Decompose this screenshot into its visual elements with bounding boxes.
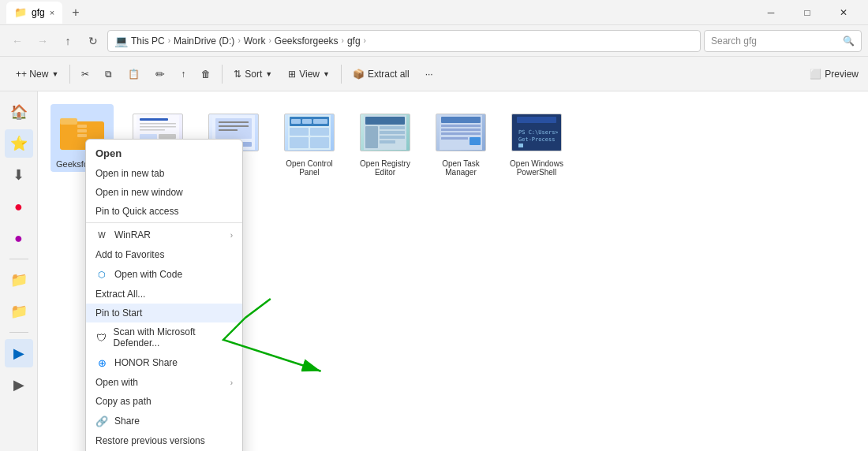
more-icon: ··· bbox=[425, 69, 433, 80]
address-work: Work bbox=[244, 35, 266, 47]
file-item-task-manager[interactable]: Open TaskManager bbox=[429, 104, 492, 180]
file-item-registry[interactable]: Open RegistryEditor bbox=[354, 104, 417, 180]
address-bar[interactable]: 💻 This PC › MainDrive (D:) › Work › Geek… bbox=[107, 30, 701, 52]
file-item-control-panel[interactable]: Open ControlPanel bbox=[278, 104, 341, 180]
svg-rect-15 bbox=[219, 121, 249, 123]
tab-close-button[interactable]: × bbox=[50, 8, 54, 17]
svg-rect-17 bbox=[219, 129, 238, 131]
share-button[interactable]: ↑ bbox=[174, 62, 192, 87]
delete-button[interactable]: 🗑 bbox=[195, 62, 217, 87]
cm-item-winrar[interactable]: W WinRAR › bbox=[86, 225, 242, 245]
svg-rect-42 bbox=[470, 137, 481, 145]
search-icon: 🔍 bbox=[843, 35, 855, 47]
sidebar-star[interactable]: ⭐ bbox=[5, 129, 33, 158]
address-maindrive: MainDrive (D:) bbox=[174, 35, 234, 47]
cm-scan-defender-label: Scan with Microsoft Defender... bbox=[114, 326, 233, 348]
extract-icon: 📦 bbox=[353, 69, 365, 80]
svg-rect-25 bbox=[290, 128, 309, 136]
sort-button[interactable]: ⇅ Sort ▼ bbox=[227, 62, 279, 87]
sidebar-expand-2[interactable]: ▶ bbox=[5, 371, 33, 399]
address-chevron-1: › bbox=[168, 36, 170, 45]
file-name-powershell: Open WindowsPowerShell bbox=[510, 159, 563, 177]
svg-rect-22 bbox=[291, 119, 301, 124]
close-window-button[interactable]: ✕ bbox=[825, 0, 862, 25]
refresh-button[interactable]: ↻ bbox=[82, 30, 104, 52]
cm-item-scan-defender[interactable]: 🛡 Scan with Microsoft Defender... bbox=[86, 322, 242, 352]
cm-item-copy-as-path[interactable]: Copy as path bbox=[86, 392, 242, 411]
cm-item-share[interactable]: 🔗 Share bbox=[86, 411, 242, 431]
sidebar-folder-1[interactable]: 📁 bbox=[5, 266, 33, 294]
cm-item-open-with[interactable]: Open with › bbox=[86, 373, 242, 392]
cm-pin-quick-access-label: Pin to Quick access bbox=[95, 206, 178, 217]
address-geeksforgeeks: Geeksforgeeks bbox=[275, 35, 339, 47]
svg-rect-31 bbox=[365, 126, 378, 148]
new-tab-button[interactable]: + bbox=[72, 6, 79, 20]
cm-winrar-icon: W bbox=[95, 229, 108, 241]
file-icon-powershell: PS C:\Users> Get-Process bbox=[511, 107, 562, 158]
cm-item-open-new-tab[interactable]: Open in new tab bbox=[86, 164, 242, 183]
sidebar-home[interactable]: 🏠 bbox=[5, 98, 33, 126]
search-bar[interactable]: Search gfg 🔍 bbox=[704, 30, 862, 52]
view-dropdown-icon: ▼ bbox=[323, 70, 330, 78]
cm-item-honor-share[interactable]: ⊕ HONOR Share bbox=[86, 352, 242, 373]
view-icon: ⊞ bbox=[288, 69, 296, 80]
svg-text:Get-Process: Get-Process bbox=[518, 136, 555, 143]
svg-rect-14 bbox=[215, 118, 252, 139]
cm-winrar-label: WinRAR bbox=[114, 229, 151, 240]
sidebar-purple[interactable]: ● bbox=[5, 224, 33, 252]
view-label: View bbox=[299, 69, 320, 80]
search-placeholder: Search gfg bbox=[711, 35, 757, 47]
cm-open-new-window-label: Open in new window bbox=[95, 187, 183, 198]
cm-item-pin-quick-access[interactable]: Pin to Quick access bbox=[86, 202, 242, 221]
cm-share-label: Share bbox=[114, 416, 140, 427]
tab-gfg[interactable]: 📁 gfg × bbox=[6, 2, 62, 24]
cm-item-open[interactable]: Open bbox=[86, 143, 242, 164]
cut-button[interactable]: ✂ bbox=[75, 62, 95, 87]
extract-all-button[interactable]: 📦 Extract all bbox=[346, 62, 416, 87]
cm-item-restore-prev[interactable]: Restore previous versions bbox=[86, 431, 242, 450]
svg-rect-34 bbox=[380, 136, 405, 139]
sidebar-expand-1[interactable]: ▶ bbox=[5, 339, 33, 367]
cm-open-with-code-label: Open with Code bbox=[114, 269, 182, 280]
cm-item-pin-to-start[interactable]: Pin to Start bbox=[86, 304, 242, 322]
copy-button[interactable]: ⧉ bbox=[99, 62, 118, 87]
cm-item-open-with-code[interactable]: ⬡ Open with Code bbox=[86, 264, 242, 285]
up-button[interactable]: ↑ bbox=[57, 30, 79, 52]
content-area: Geeksforge... bbox=[38, 91, 868, 451]
cm-open-with-label: Open with bbox=[95, 377, 138, 388]
extract-label: Extract all bbox=[368, 69, 410, 80]
cm-item-add-favorites[interactable]: Add to Favorites bbox=[86, 245, 242, 264]
address-gfg: gfg bbox=[347, 35, 361, 47]
back-button[interactable]: ← bbox=[6, 30, 28, 52]
sidebar-download[interactable]: ⬇ bbox=[5, 161, 33, 189]
new-button[interactable]: + + New ▼ bbox=[9, 62, 65, 87]
cm-item-extract-all[interactable]: Extract All... bbox=[86, 285, 242, 304]
maximize-button[interactable]: □ bbox=[789, 0, 825, 25]
svg-rect-4 bbox=[77, 134, 87, 137]
sidebar-divider-2 bbox=[9, 332, 28, 333]
sidebar-folder-2[interactable]: 📁 bbox=[5, 297, 33, 326]
file-name-task-manager: Open TaskManager bbox=[442, 159, 480, 177]
window-controls: ─ □ ✕ bbox=[753, 0, 862, 25]
sidebar-red[interactable]: ● bbox=[5, 192, 33, 221]
more-button[interactable]: ··· bbox=[419, 62, 440, 87]
rename-button[interactable]: ✏ bbox=[149, 62, 171, 87]
preview-button[interactable]: ⬜ Preview bbox=[810, 69, 859, 80]
file-item-powershell[interactable]: PS C:\Users> Get-Process Open WindowsPow… bbox=[505, 104, 568, 180]
svg-rect-3 bbox=[77, 129, 87, 132]
view-button[interactable]: ⊞ View ▼ bbox=[282, 62, 336, 87]
context-menu: Open Open in new tab Open in new window … bbox=[85, 139, 243, 451]
paste-button[interactable]: 📋 bbox=[122, 62, 146, 87]
cm-extract-all-label: Extract All... bbox=[95, 289, 145, 300]
preview-icon: ⬜ bbox=[810, 69, 821, 80]
minimize-button[interactable]: ─ bbox=[753, 0, 789, 25]
forward-button[interactable]: → bbox=[32, 30, 54, 52]
new-dropdown-icon: ▼ bbox=[51, 70, 58, 78]
svg-rect-32 bbox=[380, 126, 405, 129]
address-chevron-2: › bbox=[238, 36, 240, 45]
sort-label: Sort bbox=[245, 69, 262, 80]
toolbar-separator-2 bbox=[222, 65, 223, 84]
tab-label: gfg bbox=[32, 7, 45, 18]
cm-item-open-new-window[interactable]: Open in new window bbox=[86, 183, 242, 202]
cm-share-icon: 🔗 bbox=[95, 415, 108, 427]
